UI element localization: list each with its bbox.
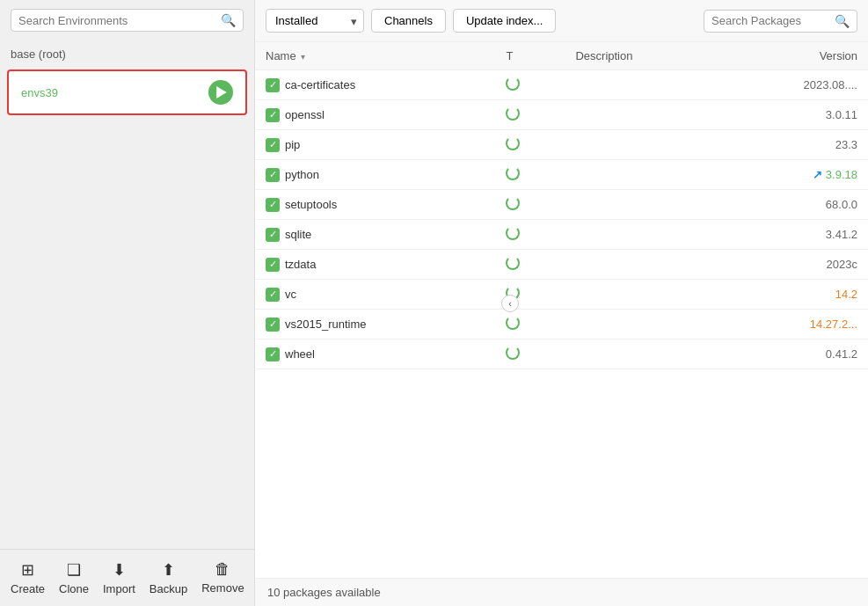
package-type xyxy=(495,160,565,190)
package-type-icon xyxy=(506,226,520,240)
package-name: sqlite xyxy=(285,228,311,241)
create-icon: ⊞ xyxy=(21,560,34,580)
table-row[interactable]: ✓ vc 14.2 xyxy=(255,280,868,310)
package-description xyxy=(565,220,719,250)
package-version: 0.41.2 xyxy=(719,340,868,369)
package-checkbox[interactable]: ✓ xyxy=(266,168,280,182)
package-version: 14.2 xyxy=(719,280,868,310)
package-type-icon xyxy=(506,256,520,270)
package-name: vc xyxy=(285,288,296,301)
package-type-icon xyxy=(506,106,520,120)
package-name-cell: ✓ python xyxy=(255,160,495,190)
package-version: ↗ 3.9.18 xyxy=(719,160,868,190)
clone-button[interactable]: ❑ Clone xyxy=(52,557,96,599)
backup-icon: ⬆ xyxy=(162,560,175,580)
update-index-button[interactable]: Update index... xyxy=(453,9,556,33)
package-description xyxy=(565,280,719,310)
environment-name: envs39 xyxy=(21,86,58,99)
import-icon: ⬇ xyxy=(113,560,126,580)
import-button[interactable]: ⬇ Import xyxy=(96,557,142,599)
search-packages-wrap: 🔍 xyxy=(704,10,857,33)
package-checkbox[interactable]: ✓ xyxy=(266,138,280,152)
col-header-type: T xyxy=(495,42,565,70)
package-description xyxy=(565,190,719,220)
table-row[interactable]: ✓ tzdata 2023c xyxy=(255,250,868,280)
package-checkbox[interactable]: ✓ xyxy=(266,258,280,272)
package-type xyxy=(495,310,565,340)
package-name-cell: ✓ openssl xyxy=(255,100,495,130)
backup-button[interactable]: ⬆ Backup xyxy=(142,557,194,599)
package-version: 14.27.2... xyxy=(719,310,868,340)
package-description xyxy=(565,310,719,340)
table-row[interactable]: ✓ openssl 3.0.11 xyxy=(255,100,868,130)
package-checkbox[interactable]: ✓ xyxy=(266,228,280,242)
package-name: ca-certificates xyxy=(285,78,355,91)
table-row[interactable]: ✓ vs2015_runtime 14.27.2... xyxy=(255,310,868,340)
remove-button[interactable]: 🗑 Remove xyxy=(194,557,251,599)
package-name-cell: ✓ setuptools xyxy=(255,190,495,220)
search-environments-icon[interactable]: 🔍 xyxy=(221,13,236,27)
package-type xyxy=(495,220,565,250)
package-name: pip xyxy=(285,138,300,151)
search-environments-input[interactable] xyxy=(18,14,221,27)
package-version: 3.41.2 xyxy=(719,220,868,250)
package-name: wheel xyxy=(285,347,315,361)
table-row[interactable]: ✓ pip 23.3 xyxy=(255,130,868,160)
backup-label: Backup xyxy=(150,582,187,595)
channels-button[interactable]: Channels xyxy=(371,9,446,33)
package-type xyxy=(495,100,565,130)
package-checkbox[interactable]: ✓ xyxy=(266,198,280,212)
table-row[interactable]: ✓ wheel 0.41.2 xyxy=(255,340,868,369)
packages-available-count: 10 packages available xyxy=(267,586,381,599)
package-name: setuptools xyxy=(285,198,337,211)
package-version: 23.3 xyxy=(719,130,868,160)
package-checkbox[interactable]: ✓ xyxy=(266,288,280,302)
package-version: 68.0.0 xyxy=(719,190,868,220)
package-name: openssl xyxy=(285,108,325,121)
import-label: Import xyxy=(103,582,135,595)
collapse-sidebar-button[interactable]: ‹ xyxy=(501,295,519,312)
environment-item[interactable]: envs39 xyxy=(7,69,247,115)
create-button[interactable]: ⊞ Create xyxy=(4,557,52,599)
table-row[interactable]: ✓ sqlite 3.41.2 xyxy=(255,220,868,250)
footer-bar: 10 packages available xyxy=(255,578,868,606)
svg-marker-0 xyxy=(216,86,227,99)
clone-icon: ❑ xyxy=(67,560,81,580)
table-row[interactable]: ✓ python ↗ 3.9.18 xyxy=(255,160,868,190)
toolbar: Installed All Not installed Updatable ▾ … xyxy=(255,0,868,42)
sidebar-actions: ⊞ Create ❑ Clone ⬇ Import ⬆ Backup 🗑 Rem… xyxy=(0,549,254,606)
package-checkbox[interactable]: ✓ xyxy=(266,108,280,122)
package-name-cell: ✓ ca-certificates xyxy=(255,70,495,100)
package-table-container: Name ▾ T Description Version ✓ ca-certif… xyxy=(255,42,868,578)
package-type xyxy=(495,70,565,100)
package-type xyxy=(495,250,565,280)
package-description xyxy=(565,340,719,369)
package-description xyxy=(565,250,719,280)
main-content: Installed All Not installed Updatable ▾ … xyxy=(255,0,868,606)
package-checkbox[interactable]: ✓ xyxy=(266,78,280,92)
package-version: 2023c xyxy=(719,250,868,280)
package-type-icon xyxy=(506,166,520,180)
package-name-cell: ✓ vs2015_runtime xyxy=(255,310,495,340)
package-description xyxy=(565,160,719,190)
package-name: vs2015_runtime xyxy=(285,318,367,331)
search-packages-icon[interactable]: 🔍 xyxy=(835,14,850,28)
filter-select[interactable]: Installed All Not installed Updatable xyxy=(266,9,364,33)
environment-play-button[interactable] xyxy=(208,80,233,105)
table-row[interactable]: ✓ ca-certificates 2023.08.... xyxy=(255,70,868,100)
col-header-name[interactable]: Name ▾ xyxy=(255,42,495,70)
package-checkbox[interactable]: ✓ xyxy=(266,347,280,361)
package-checkbox[interactable]: ✓ xyxy=(266,318,280,332)
package-name-cell: ✓ tzdata xyxy=(255,250,495,280)
search-packages-input[interactable] xyxy=(711,14,835,27)
package-type-icon xyxy=(506,346,520,360)
package-type-icon xyxy=(506,77,520,91)
package-type-icon xyxy=(506,136,520,150)
table-row[interactable]: ✓ setuptools 68.0.0 xyxy=(255,190,868,220)
package-name: python xyxy=(285,168,319,181)
filter-select-wrap: Installed All Not installed Updatable ▾ xyxy=(266,9,364,33)
package-type-icon xyxy=(506,196,520,210)
package-version: 3.0.11 xyxy=(719,100,868,130)
package-type xyxy=(495,340,565,369)
package-table: Name ▾ T Description Version ✓ ca-certif… xyxy=(255,42,868,369)
